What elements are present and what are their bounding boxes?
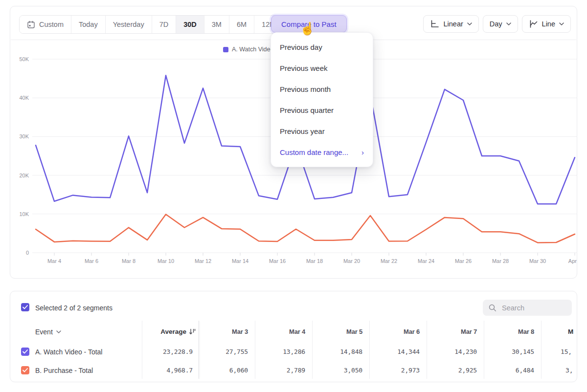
date-range-3m[interactable]: 3M	[204, 16, 229, 33]
svg-text:Mar 26: Mar 26	[455, 258, 472, 264]
scale-dropdown[interactable]: Linear	[423, 15, 478, 33]
row-b-value: 2,973	[366, 367, 420, 374]
row-b-value: 6,484	[480, 367, 534, 374]
date-range-control: Custom Today Yesterday 7D 30D 3M 6M 12M	[19, 15, 283, 34]
interval-dropdown[interactable]: Day	[483, 15, 518, 33]
row-a-value: 27,755	[194, 348, 248, 355]
column-header-mar5: Mar 5	[309, 328, 362, 335]
row-a-average: 23,228.9	[139, 348, 193, 355]
date-range-7d[interactable]: 7D	[152, 16, 177, 33]
linear-scale-icon	[430, 20, 439, 28]
row-b-value: 3,050	[309, 367, 362, 374]
svg-text:Mar 22: Mar 22	[381, 258, 397, 264]
svg-text:Mar 6: Mar 6	[85, 258, 98, 264]
checkmark-icon	[23, 305, 28, 309]
svg-text:50K: 50K	[19, 56, 29, 62]
column-header-mar4: Mar 4	[251, 328, 305, 335]
checkmark-icon	[23, 349, 28, 354]
menu-item-custom-date-range[interactable]: Custom date range... ›	[271, 142, 373, 163]
column-header-mar7: Mar 7	[423, 328, 477, 335]
checkmark-icon	[23, 368, 28, 372]
svg-text:Mar 24: Mar 24	[418, 258, 434, 264]
row-a-value: 14,344	[366, 348, 420, 355]
svg-text:Mar 8: Mar 8	[122, 258, 135, 264]
row-a-value: 13,286	[251, 348, 305, 355]
search-box	[483, 300, 572, 316]
row-b-value: 6,060	[194, 367, 248, 374]
chevron-down-icon	[559, 22, 564, 25]
column-header-mar6: Mar 6	[366, 328, 420, 335]
row-b-value-partial: 3,	[565, 367, 573, 374]
row-b-value: 2,925	[423, 367, 477, 374]
svg-text:Mar 12: Mar 12	[195, 258, 211, 264]
column-header-mar8: Mar 8	[480, 328, 534, 335]
svg-text:Mar 30: Mar 30	[529, 258, 546, 264]
menu-item-previous-quarter[interactable]: Previous quarter	[271, 100, 373, 121]
date-range-6m[interactable]: 6M	[229, 16, 254, 33]
column-header-event[interactable]: Event	[35, 328, 61, 336]
svg-text:Mar 16: Mar 16	[269, 258, 286, 264]
svg-text:20K: 20K	[19, 173, 29, 178]
select-all-label: Selected 2 of 2 segments	[35, 304, 113, 312]
chevron-down-icon	[506, 22, 511, 25]
row-b-checkbox[interactable]	[21, 366, 29, 374]
compare-to-past-menu: Previous day Previous week Previous mont…	[271, 32, 373, 167]
svg-text:Mar 18: Mar 18	[306, 258, 323, 264]
svg-text:Mar 28: Mar 28	[492, 258, 509, 264]
menu-item-previous-week[interactable]: Previous week	[271, 58, 373, 79]
search-input[interactable]	[501, 304, 562, 312]
line-chart-icon	[529, 20, 538, 28]
date-range-today[interactable]: Today	[71, 16, 106, 33]
menu-item-previous-year[interactable]: Previous year	[271, 121, 373, 142]
row-a-value-partial: 15,	[561, 348, 572, 355]
select-all-checkbox[interactable]	[21, 303, 29, 311]
svg-text:Mar 14: Mar 14	[232, 258, 248, 264]
row-a-checkbox[interactable]	[21, 348, 29, 356]
chart-type-dropdown[interactable]: Line	[522, 15, 571, 33]
row-b-value: 2,789	[251, 367, 305, 374]
segments-table-card: Selected 2 of 2 segments Event Average M…	[10, 291, 577, 382]
cursor-hand-icon: ☝	[300, 22, 315, 36]
date-range-label: Custom	[39, 21, 64, 28]
chevron-down-icon	[467, 22, 472, 25]
svg-text:40K: 40K	[19, 95, 29, 101]
row-b-label: B. Purchase - Total	[35, 367, 93, 374]
row-a-label: A. Watch Video - Total	[35, 348, 102, 356]
date-range-custom[interactable]: Custom	[20, 16, 71, 33]
row-a-value: 14,848	[309, 348, 362, 355]
chevron-right-icon: ›	[361, 148, 364, 156]
chart-display-controls: Linear Day Line	[423, 15, 571, 33]
row-a-value: 30,145	[480, 348, 534, 355]
svg-text:Mar 4: Mar 4	[47, 258, 61, 264]
svg-text:30K: 30K	[19, 133, 29, 139]
svg-text:0: 0	[26, 250, 29, 256]
row-a-value: 14,230	[423, 348, 477, 355]
svg-text:10K: 10K	[19, 211, 29, 217]
column-header-mar3: Mar 3	[194, 328, 248, 335]
svg-text:Mar 10: Mar 10	[158, 258, 174, 264]
date-range-yesterday[interactable]: Yesterday	[106, 16, 152, 33]
column-divider	[541, 321, 542, 379]
svg-text:Mar 20: Mar 20	[343, 258, 360, 264]
column-header-average[interactable]: Average	[130, 328, 196, 335]
search-icon	[489, 304, 497, 312]
calendar-icon	[27, 21, 35, 29]
menu-item-previous-month[interactable]: Previous month	[271, 79, 373, 100]
svg-text:Apr 1: Apr 1	[568, 258, 578, 264]
row-b-average: 4,968.7	[139, 367, 193, 374]
date-range-30d-selected[interactable]: 30D	[176, 16, 204, 33]
chevron-down-icon	[56, 330, 61, 333]
menu-item-previous-day[interactable]: Previous day	[271, 37, 373, 58]
column-header-partial: M	[568, 328, 573, 335]
